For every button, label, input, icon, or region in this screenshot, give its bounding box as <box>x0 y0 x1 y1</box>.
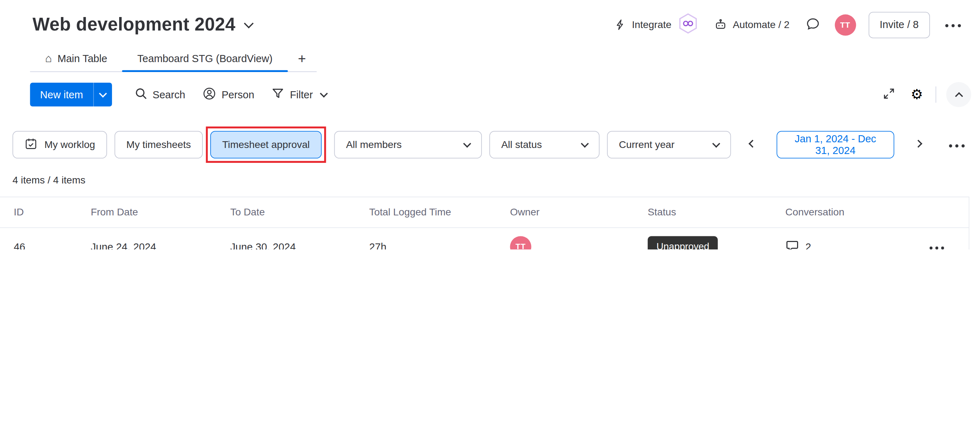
new-item-dropdown-button[interactable] <box>93 83 112 107</box>
previous-period-button[interactable] <box>745 138 760 151</box>
avatar[interactable]: TT <box>835 14 856 35</box>
timesheet-approval-button[interactable]: Timesheet approval <box>210 131 321 159</box>
members-dropdown-value: All members <box>346 139 402 150</box>
table-header-row: ID From Date To Date Total Logged Time O… <box>0 196 969 228</box>
status-badge[interactable]: Unapproved <box>648 236 718 249</box>
chat-bubble-icon <box>806 17 820 33</box>
integrate-label: Integrate <box>632 19 671 30</box>
integrations-hexagon-badge-icon <box>677 13 699 37</box>
new-item-button[interactable]: New item <box>30 83 93 107</box>
automate-robot-icon <box>714 18 727 31</box>
column-header-id[interactable]: ID <box>0 207 77 218</box>
cell-total-logged: 27h <box>356 241 496 249</box>
my-worklog-button[interactable]: My worklog <box>13 131 107 159</box>
board-page: Web development 2024 Integrate Automate … <box>0 0 980 249</box>
members-dropdown[interactable]: All members <box>334 131 482 159</box>
integrate-button[interactable]: Integrate <box>613 10 700 39</box>
collapse-header-button[interactable] <box>946 82 972 107</box>
ellipsis-icon <box>949 140 965 149</box>
column-header-conversation[interactable]: Conversation <box>772 207 915 218</box>
chevron-up-icon <box>955 92 963 100</box>
conversation-cell[interactable]: 2 <box>772 238 915 249</box>
new-item-split-button: New item <box>30 83 112 107</box>
person-icon <box>203 86 216 102</box>
column-header-from-date[interactable]: From Date <box>77 207 216 218</box>
gear-icon: ⚙ <box>911 88 923 102</box>
calendar-check-icon <box>24 137 38 153</box>
status-dropdown-value: All status <box>501 139 542 150</box>
tab-teamboard-stg[interactable]: Teamboard STG (BoardView) <box>123 46 288 71</box>
board-toolbar: New item Search Person Filter <box>30 82 972 107</box>
chevron-right-icon <box>915 139 922 147</box>
expand-icon <box>883 87 896 102</box>
filter-funnel-icon <box>272 87 284 102</box>
tab-teamboard-label: Teamboard STG (BoardView) <box>137 53 272 65</box>
chevron-down-icon <box>320 89 328 97</box>
date-range-button[interactable]: Jan 1, 2024 - Dec 31, 2024 <box>776 131 894 159</box>
automate-label: Automate / 2 <box>733 19 790 30</box>
toolbar-divider <box>936 86 936 103</box>
board-settings-button[interactable]: ⚙ <box>908 85 925 104</box>
cell-id: 46 <box>0 241 77 249</box>
period-dropdown-value: Current year <box>619 139 675 150</box>
add-view-button[interactable]: + <box>288 46 316 71</box>
page-title: Web development 2024 <box>33 14 235 35</box>
timesheet-approval-wrap: Timesheet approval <box>210 131 321 159</box>
filter-bar: My worklog My timesheets Timesheet appro… <box>13 131 967 159</box>
column-header-owner[interactable]: Owner <box>496 207 634 218</box>
conversation-count: 2 <box>805 241 811 249</box>
chevron-down-icon <box>712 139 720 147</box>
tab-main-table[interactable]: ⌂ Main Table <box>30 46 123 71</box>
search-button[interactable]: Search <box>126 83 194 107</box>
chat-button[interactable] <box>803 14 822 35</box>
filter-button[interactable]: Filter <box>263 83 336 107</box>
search-icon <box>134 87 147 102</box>
chevron-left-icon <box>748 139 756 147</box>
row-menu-button[interactable] <box>929 242 944 249</box>
board-header: Web development 2024 Integrate Automate … <box>0 0 980 39</box>
fullscreen-button[interactable] <box>880 84 898 104</box>
column-header-status[interactable]: Status <box>634 207 772 218</box>
chevron-down-icon <box>99 89 107 97</box>
my-worklog-label: My worklog <box>44 139 95 150</box>
my-timesheets-button[interactable]: My timesheets <box>115 131 203 159</box>
conversation-bubble-icon <box>785 238 799 249</box>
board-title-chevron-down-icon[interactable] <box>244 18 253 28</box>
status-dropdown[interactable]: All status <box>489 131 600 159</box>
automate-button[interactable]: Automate / 2 <box>713 16 791 34</box>
ellipsis-icon <box>945 20 961 29</box>
column-header-to-date[interactable]: To Date <box>216 207 356 218</box>
invite-button[interactable]: Invite / 8 <box>868 12 930 38</box>
person-label: Person <box>221 89 254 101</box>
table-row: 46 June 24, 2024 June 30, 2024 27h TT Un… <box>0 228 969 249</box>
filter-label: Filter <box>290 89 313 101</box>
items-count: 4 items / 4 items <box>13 175 980 186</box>
period-dropdown[interactable]: Current year <box>607 131 731 159</box>
ellipsis-icon <box>929 242 944 249</box>
cell-from-date[interactable]: June 24, 2024 <box>77 241 216 249</box>
filter-more-menu-button[interactable] <box>946 137 967 152</box>
board-title-wrap[interactable]: Web development 2024 <box>33 14 253 35</box>
home-icon: ⌂ <box>45 52 52 64</box>
person-filter-button[interactable]: Person <box>194 83 263 107</box>
header-actions: Integrate Automate / 2 TT Invite / 8 <box>613 10 964 39</box>
timesheet-table: ID From Date To Date Total Logged Time O… <box>0 196 969 249</box>
chevron-down-icon <box>463 139 471 147</box>
view-tabs: ⌂ Main Table Teamboard STG (BoardView) + <box>30 46 316 72</box>
tab-main-table-label: Main Table <box>57 53 107 65</box>
toolbar-right: ⚙ <box>880 82 971 107</box>
header-more-menu-button[interactable] <box>942 18 964 32</box>
search-label: Search <box>153 89 185 101</box>
column-header-total-logged-time[interactable]: Total Logged Time <box>356 207 496 218</box>
chevron-down-icon <box>581 139 589 147</box>
next-period-button[interactable] <box>910 138 926 151</box>
owner-avatar[interactable]: TT <box>510 236 531 249</box>
integrate-bolt-icon <box>614 19 627 31</box>
cell-to-date[interactable]: June 30, 2024 <box>216 241 356 249</box>
